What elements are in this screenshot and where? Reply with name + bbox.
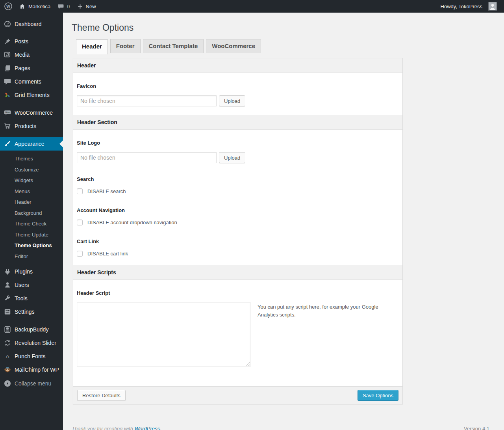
sidebar-subitem-customize[interactable]: Customize xyxy=(0,164,63,175)
admin-sidebar: Dashboard Posts Media Pages Comments Gri… xyxy=(0,13,63,430)
collapse-arrow-icon xyxy=(4,380,11,387)
header-script-label: Header Script xyxy=(77,290,398,296)
search-label: Search xyxy=(77,176,398,182)
user-icon xyxy=(4,281,11,289)
disable-search-option[interactable]: DISABLE search xyxy=(77,188,398,194)
site-logo-upload-button[interactable]: Upload xyxy=(219,152,245,163)
sidebar-subitem-background[interactable]: Background xyxy=(0,208,63,219)
disable-account-nav-checkbox[interactable] xyxy=(77,220,83,225)
sidebar-item-revolution-slider[interactable]: Revolution Slider xyxy=(0,336,63,350)
sidebar-item-media[interactable]: Media xyxy=(0,48,63,61)
main-content: Theme Options Header Footer Contact Temp… xyxy=(63,13,504,430)
footer-thanks: Thank you for creating with WordPress. xyxy=(72,426,161,430)
disable-account-nav-option[interactable]: DISABLE account dropdown navigation xyxy=(77,220,398,225)
theme-options-panel: Header Favicon Upload Header Section Sit… xyxy=(73,58,403,404)
woocommerce-badge-icon: Woo xyxy=(4,109,11,117)
grid-elements-pinwheel-icon xyxy=(4,91,11,99)
cart-icon xyxy=(4,122,11,130)
sidebar-subitem-menus[interactable]: Menus xyxy=(0,186,63,197)
sidebar-subitem-theme-options[interactable]: Theme Options xyxy=(0,240,63,251)
sidebar-subitem-theme-check[interactable]: Theme Check xyxy=(0,218,63,229)
sidebar-item-label: MailChimp for WP xyxy=(15,367,59,373)
sidebar-item-products[interactable]: Products xyxy=(0,119,63,133)
comments-shortcut[interactable]: 0 xyxy=(54,0,73,13)
sidebar-item-punch-fonts[interactable]: A Punch Fonts xyxy=(0,350,63,363)
sidebar-item-dashboard[interactable]: Dashboard xyxy=(0,17,63,31)
favicon-file-input[interactable] xyxy=(77,95,217,106)
wrench-icon xyxy=(4,294,11,302)
backup-drive-icon xyxy=(4,326,11,333)
account-navigation-label: Account Navigation xyxy=(77,207,398,213)
favicon-upload-button[interactable]: Upload xyxy=(219,95,245,106)
header-script-help: You can put any script here, for example… xyxy=(258,303,380,319)
sidebar-item-backupbuddy[interactable]: BackupBuddy xyxy=(0,323,63,336)
wordpress-link[interactable]: WordPress xyxy=(135,426,160,430)
sidebar-subitem-widgets[interactable]: Widgets xyxy=(0,175,63,186)
tab-header[interactable]: Header xyxy=(76,39,108,54)
sidebar-item-appearance[interactable]: Appearance xyxy=(0,137,63,151)
sidebar-subitem-editor[interactable]: Editor xyxy=(0,251,63,262)
sidebar-item-pages[interactable]: Pages xyxy=(0,61,63,75)
svg-text:A: A xyxy=(6,354,9,359)
sidebar-subitem-header[interactable]: Header xyxy=(0,197,63,208)
save-options-button[interactable]: Save Options xyxy=(358,390,398,401)
disable-cart-link-option[interactable]: DISABLE cart link xyxy=(77,251,398,257)
sidebar-item-mailchimp[interactable]: MailChimp for WP xyxy=(0,363,63,376)
mailchimp-monkey-icon xyxy=(4,366,11,374)
collapse-menu-label: Collapse menu xyxy=(15,380,51,387)
tab-woocommerce[interactable]: WooCommerce xyxy=(206,39,261,53)
disable-search-label: DISABLE search xyxy=(87,188,126,194)
refresh-arrows-icon xyxy=(4,339,11,347)
sidebar-item-tools[interactable]: Tools xyxy=(0,292,63,305)
section-header-section-title: Header Section xyxy=(73,115,402,130)
admin-bar: W Marketica 0 New Howdy, TokoPress xyxy=(0,0,504,13)
tab-footer[interactable]: Footer xyxy=(110,39,141,53)
cart-link-label: Cart Link xyxy=(77,238,398,244)
favicon-label: Favicon xyxy=(77,83,398,89)
collapse-menu-button[interactable]: Collapse menu xyxy=(0,377,63,390)
pages-icon xyxy=(4,64,11,72)
sidebar-item-label: Users xyxy=(15,282,29,288)
comment-count: 0 xyxy=(67,4,70,9)
header-script-textarea[interactable] xyxy=(77,302,250,367)
restore-defaults-button[interactable]: Restore Defaults xyxy=(77,390,126,401)
site-menu[interactable]: Marketica xyxy=(15,0,54,13)
new-content-menu[interactable]: New xyxy=(74,0,100,13)
sidebar-item-label: Grid Elements xyxy=(15,92,50,98)
sidebar-item-settings[interactable]: Settings xyxy=(0,305,63,318)
sidebar-item-woocommerce[interactable]: Woo WooCommerce xyxy=(0,106,63,119)
sidebar-item-label: Punch Fonts xyxy=(15,353,46,359)
tab-contact-template[interactable]: Contact Template xyxy=(143,39,204,53)
svg-text:Woo: Woo xyxy=(5,111,9,114)
sidebar-item-label: Settings xyxy=(15,309,35,315)
paintbrush-icon xyxy=(4,140,11,148)
disable-search-checkbox[interactable] xyxy=(77,188,83,194)
site-logo-file-input[interactable] xyxy=(77,152,217,163)
comment-bubble-icon xyxy=(57,3,64,10)
tab-bar: Header Footer Contact Template WooCommer… xyxy=(72,37,491,53)
plus-icon xyxy=(77,4,83,9)
current-menu-arrow xyxy=(59,140,63,147)
sidebar-item-posts[interactable]: Posts xyxy=(0,35,63,48)
my-account-menu[interactable]: Howdy, TokoPress xyxy=(437,0,500,13)
sidebar-item-label: Pages xyxy=(15,65,30,71)
wordpress-icon: W xyxy=(4,2,13,11)
sidebar-item-grid-elements[interactable]: Grid Elements xyxy=(0,88,63,102)
sidebar-item-plugins[interactable]: Plugins xyxy=(0,265,63,278)
site-name: Marketica xyxy=(28,4,50,9)
sidebar-item-label: WooCommerce xyxy=(15,110,53,116)
sidebar-item-users[interactable]: Users xyxy=(0,278,63,292)
letter-a-icon: A xyxy=(4,352,11,360)
sidebar-subitem-theme-update[interactable]: Theme Update xyxy=(0,229,63,240)
dashboard-icon xyxy=(4,20,11,28)
disable-cart-link-checkbox[interactable] xyxy=(77,251,83,257)
sliders-icon xyxy=(4,308,11,316)
svg-text:W: W xyxy=(6,4,10,9)
sidebar-item-label: BackupBuddy xyxy=(15,326,48,333)
wordpress-logo-menu[interactable]: W xyxy=(0,0,15,13)
section-header-title: Header xyxy=(73,58,402,73)
speech-bubble-icon xyxy=(4,78,11,86)
sidebar-item-comments[interactable]: Comments xyxy=(0,75,63,88)
sidebar-subitem-themes[interactable]: Themes xyxy=(0,153,63,164)
sidebar-item-label: Tools xyxy=(15,295,28,302)
